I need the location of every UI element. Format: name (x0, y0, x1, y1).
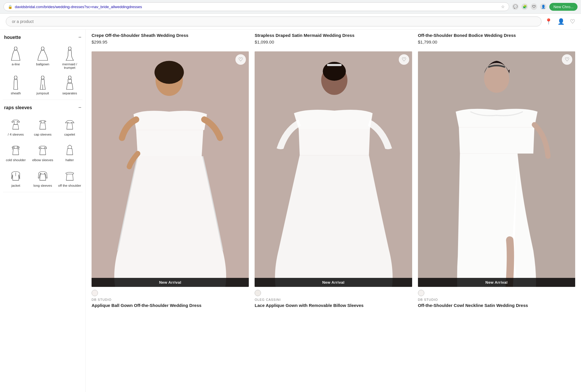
lock-icon: 🔒 (8, 5, 12, 9)
sidebar-item-halter[interactable]: halter (57, 140, 83, 163)
header-icons: 📍 👤 ♡ (545, 18, 575, 25)
3-4-sleeves-label: / 4 sleeves (8, 133, 24, 136)
sidebar-item-jacket[interactable]: jacket (3, 166, 29, 189)
jumpsuit-label: jumpsuit (37, 91, 49, 95)
straps-header: raps sleeves − (3, 105, 83, 111)
3-4-sleeves-icon (9, 116, 22, 132)
cold-shoulder-label: cold shoulder (6, 158, 26, 162)
product-2-swatches (255, 290, 412, 296)
bookmark-icon: ☆ (501, 4, 505, 9)
sidebar-item-capelet[interactable]: capelet (57, 115, 83, 138)
extensions-icon[interactable]: 🧩 (521, 3, 528, 10)
product-1-image: ♡ New Arrival (92, 51, 249, 287)
halter-label: halter (65, 158, 74, 162)
svg-point-11 (155, 61, 184, 84)
shield-icon[interactable]: 🛡 (531, 3, 537, 10)
silhouette-header: houette − (3, 34, 83, 40)
cap-sleeves-label: cap sleeves (34, 133, 52, 136)
silhouette-collapse-icon[interactable]: − (78, 34, 81, 40)
separates-label: separates (62, 91, 77, 95)
svg-point-5 (68, 76, 71, 79)
cap-sleeves-icon (36, 116, 49, 132)
browser-chrome: 🔒 davidsbridal.com/brides/wedding-dresse… (0, 0, 581, 14)
prev-product-2-name: Strapless Draped Satin Mermaid Wedding D… (255, 33, 412, 38)
wishlist-button-3[interactable]: ♡ (562, 54, 572, 65)
account-icon[interactable]: 👤 (557, 18, 565, 25)
new-arrival-badge-1: New Arrival (92, 278, 249, 287)
sidebar-item-jumpsuit[interactable]: jumpsuit (30, 73, 56, 97)
profile-icon[interactable]: 👤 (540, 3, 546, 10)
silhouette-section: houette − a-line (3, 30, 83, 100)
sidebar-item-separates[interactable]: separates (57, 73, 83, 97)
site-header: 📍 👤 ♡ (0, 14, 581, 30)
color-swatch-1-white[interactable] (92, 290, 98, 296)
straps-section: raps sleeves − / 4 sleeves (3, 100, 83, 192)
svg-rect-15 (327, 64, 342, 66)
mermaid-icon (63, 46, 76, 61)
sidebar: houette − a-line (0, 30, 86, 392)
silhouette-grid: a-line ballgown (3, 44, 83, 97)
sidebar-item-off-the-shoulder[interactable]: off the shoulder (57, 166, 83, 189)
straps-grid: / 4 sleeves cap sleeves (3, 115, 83, 189)
product-2-name: Lace Applique Gown with Removable Billow… (255, 303, 412, 308)
mermaid-label: mermaid / trumpet (57, 62, 82, 69)
browser-toolbar: 💬 🧩 🛡 👤 New Chro... (512, 3, 578, 11)
location-icon[interactable]: 📍 (545, 18, 552, 25)
prev-product-1-price: $299.95 (92, 39, 249, 44)
search-input[interactable] (6, 17, 541, 26)
sidebar-item-cold-shoulder[interactable]: cold shoulder (3, 140, 29, 163)
elbow-sleeves-label: elbow sleeves (32, 158, 53, 162)
sidebar-item-3-4-sleeves[interactable]: / 4 sleeves (3, 115, 29, 138)
separates-icon (63, 75, 76, 90)
capelet-label: capelet (64, 133, 75, 136)
new-arrival-badge-3: New Arrival (418, 278, 575, 287)
straps-title: raps sleeves (4, 105, 32, 110)
product-card-1[interactable]: ♡ New Arrival DB STUDIO Applique Ball Go… (92, 51, 249, 309)
prev-product-3[interactable]: Off-the-Shoulder Boned Bodice Wedding Dr… (418, 33, 575, 44)
prev-product-3-name: Off-the-Shoulder Boned Bodice Wedding Dr… (418, 33, 575, 38)
product-2-brand: OLEG CASSINI (255, 298, 412, 301)
a-line-icon (9, 46, 22, 61)
prev-product-2[interactable]: Strapless Draped Satin Mermaid Wedding D… (255, 33, 412, 44)
color-swatch-2-ivory[interactable] (255, 290, 261, 296)
cold-shoulder-icon (9, 142, 22, 157)
wishlist-icon[interactable]: ♡ (570, 18, 575, 25)
url-bar[interactable]: 🔒 davidsbridal.com/brides/wedding-dresse… (3, 2, 509, 11)
prev-product-1[interactable]: Crepe Off-the-Shoulder Sheath Wedding Dr… (92, 33, 249, 44)
long-sleeves-label: long sleeves (33, 184, 52, 187)
jacket-label: jacket (11, 184, 20, 187)
off-the-shoulder-icon (63, 168, 76, 183)
product-area: Crepe Off-the-Shoulder Sheath Wedding Dr… (86, 30, 581, 392)
product-3-name: Off-the-Shoulder Cowl Neckline Satin Wed… (418, 303, 575, 308)
whatsapp-icon[interactable]: 💬 (512, 3, 519, 10)
product-grid: ♡ New Arrival DB STUDIO Applique Ball Go… (92, 51, 575, 309)
new-chrome-button[interactable]: New Chro... (549, 3, 578, 11)
halter-icon (63, 142, 76, 157)
ballgown-icon (36, 46, 49, 61)
sidebar-item-sheath[interactable]: sheath (3, 73, 29, 97)
product-card-2[interactable]: ♡ New Arrival OLEG CASSINI Lace Applique… (255, 51, 412, 309)
a-line-label: a-line (12, 62, 20, 66)
product-1-swatches (92, 290, 249, 296)
color-swatch-3-white[interactable] (418, 290, 424, 296)
silhouette-title: houette (4, 35, 21, 40)
sidebar-item-ballgown[interactable]: ballgown (30, 44, 56, 71)
product-card-3[interactable]: ♡ New Arrival DB STUDIO Off-the-Shoulder… (418, 51, 575, 309)
wishlist-button-1[interactable]: ♡ (235, 54, 246, 65)
sidebar-item-mermaid[interactable]: mermaid / trumpet (57, 44, 83, 71)
capelet-icon (63, 116, 76, 132)
sidebar-item-long-sleeves[interactable]: long sleeves (30, 166, 56, 189)
new-arrival-badge-2: New Arrival (255, 278, 412, 287)
dress-figure-3 (418, 51, 575, 287)
url-text: davidsbridal.com/brides/wedding-dresses?… (15, 5, 499, 9)
long-sleeves-icon (36, 168, 49, 183)
sidebar-item-a-line[interactable]: a-line (3, 44, 29, 71)
product-3-brand: DB STUDIO (418, 298, 575, 301)
svg-point-2 (68, 47, 71, 50)
sidebar-item-elbow-sleeves[interactable]: elbow sleeves (30, 140, 56, 163)
product-1-name: Applique Ball Gown Off-the-Shoulder Wedd… (92, 303, 249, 308)
prev-product-1-name: Crepe Off-the-Shoulder Sheath Wedding Dr… (92, 33, 249, 38)
straps-collapse-icon[interactable]: − (78, 105, 81, 111)
wishlist-button-2[interactable]: ♡ (399, 54, 409, 65)
sidebar-item-cap-sleeves[interactable]: cap sleeves (30, 115, 56, 138)
